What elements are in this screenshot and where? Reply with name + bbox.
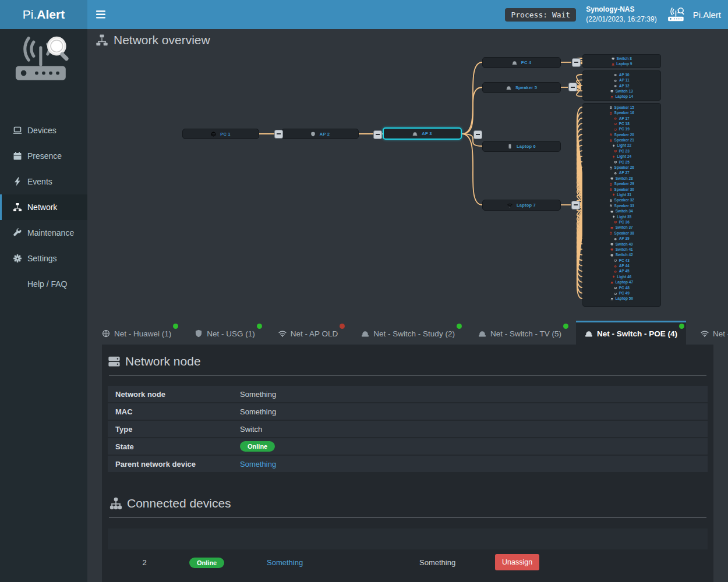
- device-list-item[interactable]: Speaker 38: [583, 230, 660, 236]
- diagram-node-speaker5[interactable]: Speaker 5: [482, 82, 561, 93]
- device-list-item[interactable]: Switch 34: [583, 209, 660, 214]
- sidebar-menu-item[interactable]: Presence: [0, 143, 87, 169]
- device-list-item[interactable]: AP 27: [583, 171, 660, 176]
- device-list-item[interactable]: Laptop 9: [583, 62, 660, 67]
- menu-item-icon: [13, 151, 22, 161]
- diagram-node-ap2[interactable]: AP 2: [281, 129, 359, 139]
- network-tab[interactable]: Net - Huawei (1): [93, 321, 180, 345]
- device-list-item[interactable]: Switch 13: [583, 88, 660, 94]
- info-value[interactable]: Switch: [240, 425, 708, 434]
- info-value[interactable]: Something: [240, 460, 708, 469]
- device-list-item[interactable]: AP 44: [583, 264, 660, 269]
- device-list-item[interactable]: Switch 28: [583, 176, 660, 181]
- device-list-item[interactable]: Laptop 47: [583, 280, 660, 285]
- host-info: Synology-NAS (22/01/2023, 16:27:39): [586, 5, 656, 25]
- device-label: Speaker 15: [614, 106, 634, 110]
- device-list-item[interactable]: PC 18: [583, 121, 660, 126]
- device-list-item[interactable]: Speaker 30: [583, 187, 660, 192]
- device-list-item[interactable]: PC 36: [583, 220, 660, 225]
- device-label: Speaker 16: [614, 111, 634, 115]
- device-list-item[interactable]: Switch 8: [583, 56, 660, 61]
- device-list-item[interactable]: Speaker 32: [583, 198, 660, 203]
- device-label: PC 23: [619, 150, 630, 154]
- collapse-button[interactable]: [373, 130, 382, 139]
- sidebar-menu-item[interactable]: Help / FAQ: [0, 271, 87, 297]
- device-icon: [614, 128, 617, 132]
- device-list-item[interactable]: Switch 42: [583, 253, 660, 258]
- device-list-item[interactable]: Light 31: [583, 193, 660, 198]
- device-list-item[interactable]: Speaker 20: [583, 132, 660, 137]
- diagram-node-laptop6[interactable]: Laptop 6: [482, 141, 561, 152]
- unassign-button[interactable]: Unassign: [495, 554, 539, 570]
- network-tab[interactable]: Net - AP (36): [692, 321, 728, 345]
- sidebar-menu-item[interactable]: Maintenance: [0, 220, 87, 246]
- brand-logo[interactable]: Pi.Alert: [0, 0, 87, 29]
- collapse-button[interactable]: [473, 130, 482, 139]
- hostname-link[interactable]: Something: [267, 558, 419, 567]
- device-list-item[interactable]: Speaker 26: [583, 165, 660, 171]
- brand-pi: Pi.: [23, 8, 37, 22]
- collapse-button[interactable]: [571, 201, 580, 210]
- device-list-item[interactable]: Light 35: [583, 214, 660, 219]
- sidebar-menu-item[interactable]: Events: [0, 169, 87, 194]
- tab-label: Net - Switch - Study (2): [373, 329, 455, 338]
- sidebar-menu-item[interactable]: Settings: [0, 246, 87, 271]
- device-list-item[interactable]: AP 12: [583, 83, 660, 88]
- device-group-ap: Speaker 15 Speaker 16 AP 17 PC 18 PC 19 …: [582, 103, 661, 307]
- network-tab[interactable]: Net - AP OLD: [270, 321, 347, 345]
- diagram-node-pc4[interactable]: PC 4: [482, 57, 561, 68]
- sidebar-menu-item[interactable]: Network: [0, 194, 87, 220]
- network-tabs: Net - Huawei (1) Net - USG (1) Net - AP …: [93, 321, 725, 345]
- device-list-item[interactable]: PC 48: [583, 285, 660, 290]
- info-value[interactable]: Something: [240, 407, 708, 416]
- network-tab[interactable]: Net - Switch - Study (2): [352, 321, 464, 345]
- collapse-button[interactable]: [568, 83, 577, 91]
- network-tab[interactable]: Net - Switch - TV (5): [469, 321, 570, 345]
- info-value[interactable]: Something: [240, 390, 708, 399]
- diagram-node-ap3-selected[interactable]: AP 3: [383, 127, 462, 140]
- menu-item-icon: [13, 228, 22, 237]
- info-value[interactable]: Online: [240, 441, 275, 452]
- device-list-item[interactable]: Speaker 21: [583, 138, 660, 143]
- device-list-item[interactable]: Light 24: [583, 154, 660, 159]
- status-dot: [563, 324, 568, 329]
- device-list-item[interactable]: Speaker 15: [583, 105, 660, 110]
- device-list-item[interactable]: Laptop 14: [583, 94, 660, 100]
- port-cell: 2: [112, 558, 176, 567]
- device-list-item[interactable]: AP 10: [583, 72, 660, 77]
- device-icon: [610, 210, 614, 214]
- device-icon: [610, 243, 614, 246]
- device-list-item[interactable]: Light 46: [583, 274, 660, 279]
- collapse-button[interactable]: [572, 58, 581, 67]
- header-right-cluster: Process: Wait Synology-NAS (22/01/2023, …: [505, 5, 728, 25]
- device-list-item[interactable]: PC 25: [583, 159, 660, 165]
- diagram-node-laptop7[interactable]: Laptop 7: [482, 200, 561, 211]
- device-icon: [610, 90, 614, 93]
- menu-item-icon: [13, 126, 22, 135]
- device-group-study: Switch 8 Laptop 9: [582, 54, 661, 68]
- device-list-item[interactable]: Speaker 33: [583, 203, 660, 208]
- device-list-item[interactable]: Speaker 16: [583, 111, 660, 116]
- device-list-item[interactable]: AP 11: [583, 78, 660, 83]
- device-list-item[interactable]: PC 19: [583, 127, 660, 132]
- device-list-item[interactable]: Laptop 50: [583, 296, 660, 301]
- network-tab[interactable]: Net - USG (1): [186, 321, 264, 345]
- device-list-item[interactable]: PC 43: [583, 258, 660, 263]
- collapse-button[interactable]: [274, 130, 283, 139]
- device-list-item[interactable]: AP 39: [583, 236, 660, 242]
- device-icon: [609, 204, 613, 208]
- device-list-item[interactable]: Switch 40: [583, 242, 660, 247]
- device-label: Speaker 30: [614, 188, 634, 192]
- diagram-node-pc1[interactable]: PC 1: [182, 129, 259, 139]
- device-list-item[interactable]: AP 17: [583, 116, 660, 121]
- device-list-item[interactable]: Light 22: [583, 143, 660, 148]
- device-list-item[interactable]: Switch 41: [583, 247, 660, 252]
- device-list-item[interactable]: Speaker 29: [583, 182, 660, 187]
- sidebar-menu-item[interactable]: Devices: [0, 118, 87, 143]
- device-list-item[interactable]: AP 45: [583, 269, 660, 274]
- device-list-item[interactable]: PC 23: [583, 148, 660, 154]
- device-list-item[interactable]: Switch 37: [583, 225, 660, 230]
- sidebar-toggle-button[interactable]: [87, 0, 114, 29]
- network-tab[interactable]: Net - Switch - POE (4): [576, 321, 686, 345]
- device-list-item[interactable]: PC 49: [583, 291, 660, 296]
